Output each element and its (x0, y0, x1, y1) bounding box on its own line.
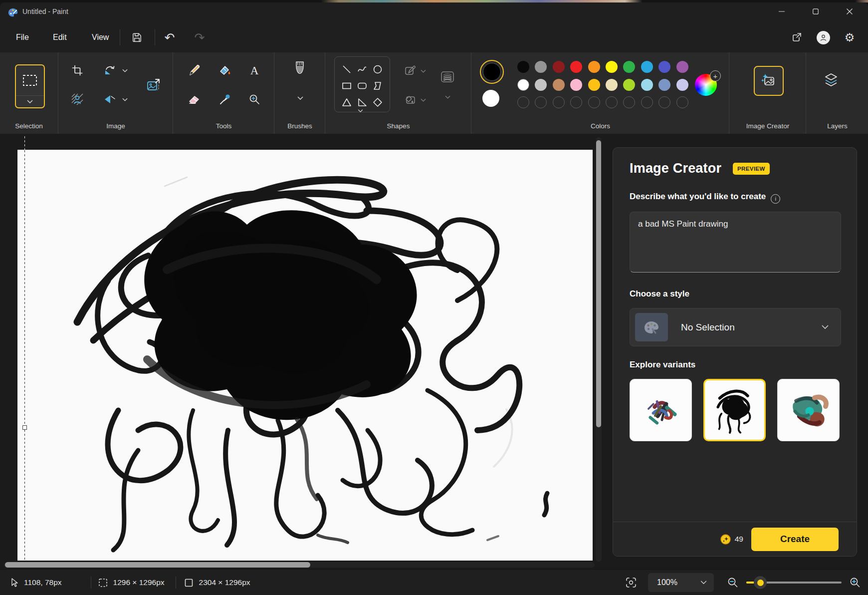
remove-background-button[interactable] (68, 90, 86, 108)
minimize-button[interactable] (768, 2, 796, 20)
rotate-button[interactable] (101, 61, 119, 79)
selection-resize-handle[interactable] (22, 425, 27, 430)
color-swatch[interactable] (676, 61, 688, 73)
color-swatch[interactable] (535, 79, 547, 91)
selection-size-icon (98, 578, 108, 588)
flip-button[interactable] (101, 90, 119, 108)
shape-triangle[interactable] (339, 94, 354, 111)
variant-thumbnail-3[interactable] (777, 379, 840, 441)
account-button[interactable] (813, 27, 833, 47)
zoom-in-button[interactable] (849, 577, 861, 589)
create-button[interactable]: Create (751, 528, 839, 551)
color-swatch[interactable] (676, 79, 688, 91)
color-swatch[interactable] (570, 79, 582, 91)
share-button[interactable] (787, 27, 807, 47)
empty-color-slot[interactable] (570, 96, 582, 108)
color-picker-tool[interactable] (216, 90, 234, 108)
zoom-level-dropdown[interactable]: 100% (648, 573, 714, 592)
zoom-out-button[interactable] (727, 577, 739, 589)
shapes-gallery[interactable] (334, 56, 390, 112)
crop-button[interactable] (68, 61, 86, 79)
color-swatch[interactable] (606, 79, 618, 91)
shape-outline-button[interactable] (402, 62, 420, 79)
empty-color-slot[interactable] (641, 96, 653, 108)
color-swatch[interactable] (553, 79, 565, 91)
color-swatch[interactable] (588, 61, 600, 73)
menu-bar: File Edit View ↶ ↷ (0, 22, 868, 52)
secondary-color-swatch[interactable] (482, 90, 499, 107)
shape-rectangle[interactable] (339, 77, 354, 94)
menu-file[interactable]: File (10, 28, 35, 46)
shape-rounded-rectangle[interactable] (354, 77, 370, 94)
selection-tool-button[interactable] (15, 64, 45, 108)
fit-to-screen-button[interactable] (625, 577, 637, 589)
rotate-dropdown[interactable] (120, 66, 129, 74)
vertical-scrollbar-thumb[interactable] (596, 140, 601, 427)
close-button[interactable] (836, 2, 864, 20)
variant-thumbnail-1[interactable] (630, 379, 692, 441)
empty-color-slot[interactable] (553, 96, 565, 108)
shape-fill-button[interactable] (402, 91, 420, 108)
redo-button[interactable]: ↷ (190, 27, 210, 47)
shape-polygon[interactable] (370, 77, 386, 94)
brushes-dropdown[interactable] (296, 94, 304, 101)
stroke-width-button[interactable] (438, 67, 457, 86)
color-swatch[interactable] (535, 61, 547, 73)
shape-line[interactable] (339, 61, 354, 77)
info-icon[interactable]: i (771, 194, 780, 204)
color-swatch[interactable] (570, 61, 582, 73)
color-swatch[interactable] (623, 79, 635, 91)
save-button[interactable] (127, 27, 147, 47)
drawing-canvas[interactable] (17, 150, 593, 561)
shapes-scroll-down[interactable] (356, 108, 364, 113)
text-tool[interactable]: A (245, 61, 263, 79)
color-swatch[interactable] (658, 61, 670, 73)
image-creator-button[interactable] (754, 66, 784, 96)
menu-view[interactable]: View (86, 28, 115, 46)
color-swatch[interactable] (606, 61, 618, 73)
undo-button[interactable]: ↶ (160, 27, 180, 47)
empty-color-slot[interactable] (517, 96, 529, 108)
color-swatch[interactable] (588, 79, 600, 91)
selection-dropdown[interactable] (16, 96, 44, 107)
primary-color-swatch[interactable] (480, 60, 504, 84)
color-swatch[interactable] (517, 61, 529, 73)
empty-color-slot[interactable] (535, 96, 547, 108)
maximize-button[interactable] (802, 2, 830, 20)
color-swatch[interactable] (553, 61, 565, 73)
color-swatch[interactable] (623, 61, 635, 73)
empty-color-slot[interactable] (588, 96, 600, 108)
stroke-width-dropdown[interactable] (443, 93, 451, 100)
flip-dropdown[interactable] (120, 95, 129, 103)
color-swatch[interactable] (641, 79, 653, 91)
magnifier-tool[interactable] (245, 90, 263, 108)
style-dropdown[interactable]: No Selection (630, 308, 841, 346)
horizontal-scrollbar[interactable] (4, 562, 595, 568)
color-swatch[interactable] (641, 61, 653, 73)
empty-color-slot[interactable] (623, 96, 635, 108)
empty-color-slot[interactable] (676, 96, 688, 108)
eraser-tool[interactable] (186, 90, 204, 108)
horizontal-scrollbar-thumb[interactable] (5, 562, 310, 568)
shape-fill-dropdown[interactable] (419, 96, 427, 103)
brushes-button[interactable] (291, 59, 309, 81)
vertical-scrollbar[interactable] (596, 137, 602, 562)
color-swatch[interactable] (517, 79, 529, 91)
shape-oval[interactable] (370, 61, 386, 77)
menu-edit[interactable]: Edit (47, 28, 73, 46)
shape-curve[interactable] (354, 61, 370, 77)
fill-tool[interactable] (216, 61, 234, 79)
resize-image-button[interactable] (143, 74, 164, 95)
empty-color-slot[interactable] (606, 96, 618, 108)
shape-diamond[interactable] (370, 94, 386, 111)
prompt-input[interactable]: a bad MS Paint drawing (630, 212, 841, 273)
zoom-slider[interactable] (746, 576, 842, 589)
settings-button[interactable]: ⚙ (840, 27, 860, 47)
zoom-slider-thumb[interactable] (754, 576, 767, 589)
color-swatch[interactable] (658, 79, 670, 91)
empty-color-slot[interactable] (658, 96, 670, 108)
pencil-tool[interactable] (186, 61, 204, 79)
layers-button[interactable] (817, 66, 845, 94)
variant-thumbnail-2[interactable] (703, 379, 766, 441)
shape-outline-dropdown[interactable] (419, 67, 427, 74)
